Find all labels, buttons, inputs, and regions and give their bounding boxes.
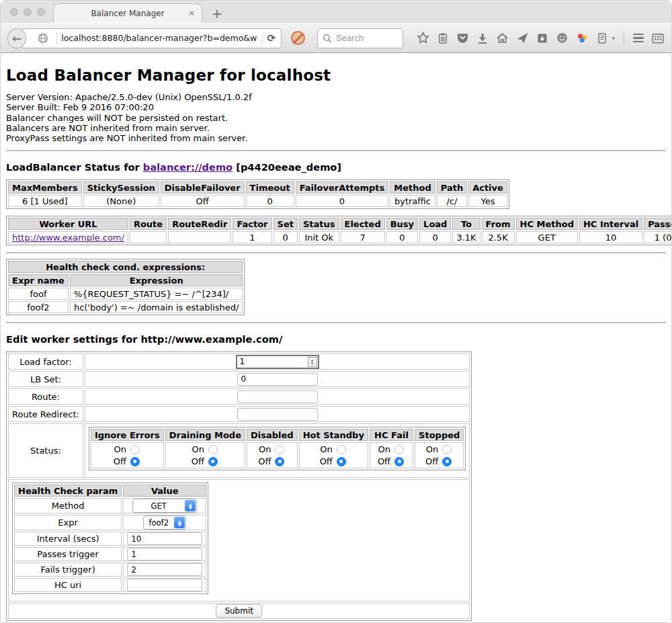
- passes-input[interactable]: [127, 548, 202, 560]
- cell-passes: 1 (0): [644, 231, 672, 243]
- disabled-off-radio[interactable]: [275, 457, 284, 466]
- server-version-line: Server Version: Apache/2.5.0-dev (Unix) …: [6, 92, 666, 102]
- notes-icon[interactable]: [596, 32, 608, 44]
- close-window-button[interactable]: [10, 8, 18, 16]
- extension-box-icon[interactable]: [536, 32, 548, 44]
- fails-input[interactable]: [127, 563, 202, 576]
- col-hc-method: HC Method: [516, 218, 578, 230]
- pocket-icon[interactable]: [456, 32, 469, 44]
- col-expr-name: Expr name: [8, 274, 69, 286]
- reading-list-icon[interactable]: [437, 32, 449, 44]
- smiley-icon[interactable]: [556, 32, 569, 44]
- method-label: Method: [14, 498, 122, 513]
- worker-url-link[interactable]: http://www.example.com/: [12, 233, 124, 243]
- load-factor-label: Load factor:: [8, 354, 83, 370]
- cell-expression: hc('body') =~ /domain is established/: [70, 301, 243, 313]
- lb-set-input[interactable]: [237, 373, 318, 386]
- ignore-errors-on-radio[interactable]: [130, 445, 140, 454]
- expr-row: foof %{REQUEST_STATUS} =~ /^[234]/: [8, 288, 243, 300]
- window-controls[interactable]: [10, 8, 45, 16]
- col-disablefailover: DisableFailover: [161, 181, 245, 194]
- cell-hc-interval: 10: [579, 231, 642, 243]
- hc-row-fails: Fails trigger): [14, 563, 206, 577]
- col-stopped: Stopped: [415, 429, 464, 441]
- new-tab-button[interactable]: +: [212, 6, 222, 21]
- bookmark-star-icon[interactable]: [417, 32, 429, 44]
- table-row: 6 [1 Used] (None) Off 0 0 bytraffic /c/ …: [8, 195, 507, 207]
- browser-window: Balancer Manager ✕ + ← localhost:8880/ba…: [0, 0, 672, 623]
- tab-close-icon[interactable]: ✕: [188, 9, 195, 18]
- toolbar-icons: ▾: [417, 32, 665, 45]
- stopped-off-radio[interactable]: [442, 457, 452, 466]
- disabled-radio-group: OnOff: [251, 443, 294, 468]
- status-options-table: Ignore Errors Draining Mode Disabled Hot…: [89, 427, 466, 470]
- cell-path: /c/: [437, 195, 467, 207]
- draining-mode-on-radio[interactable]: [208, 445, 218, 454]
- ignore-errors-radio-group: OnOff: [95, 443, 160, 468]
- search-input[interactable]: [336, 33, 396, 43]
- method-select[interactable]: GET▲▼: [132, 499, 197, 513]
- stopped-on-radio[interactable]: [442, 445, 452, 454]
- menu-hamburger-icon[interactable]: [633, 34, 644, 42]
- downloads-icon[interactable]: [476, 32, 489, 44]
- load-factor-field[interactable]: [237, 356, 307, 368]
- hot-standby-off-radio[interactable]: [337, 457, 346, 466]
- reload-icon[interactable]: ⟳: [267, 32, 276, 44]
- col-hc-interval: HC Interval: [579, 218, 642, 230]
- cell-routeredir: [168, 231, 231, 243]
- submit-button[interactable]: Submit: [216, 604, 262, 618]
- cell-expr-name: foof2: [8, 301, 69, 313]
- server-built-line: Server Built: Feb 9 2016 07:00:20: [6, 102, 666, 112]
- health-check-expressions-table: Health check cond. expressions: Expr nam…: [6, 259, 245, 315]
- worker-settings-form: Load factor: ▴▾ LB Set: Route: Route Red…: [6, 351, 472, 621]
- urlbar-divider: [262, 32, 263, 44]
- route-label: Route:: [8, 388, 83, 405]
- divider: [6, 322, 666, 323]
- route-input[interactable]: [237, 390, 318, 403]
- load-factor-input[interactable]: ▴▾: [236, 355, 319, 369]
- table-header-row: MaxMembers StickySession DisableFailover…: [8, 181, 507, 194]
- tab-bar: Balancer Manager ✕ +: [1, 1, 671, 23]
- col-ignore-errors: Ignore Errors: [91, 429, 164, 441]
- send-tab-icon[interactable]: [516, 32, 529, 44]
- balancer-demo-link[interactable]: balancer://demo: [143, 161, 233, 173]
- select-stepper-icon: ▲▼: [174, 517, 185, 528]
- home-icon[interactable]: [496, 32, 509, 44]
- hc-fail-off-radio[interactable]: [394, 457, 404, 466]
- route-redirect-label: Route Redirect:: [8, 406, 83, 422]
- hc-fail-on-radio[interactable]: [394, 445, 404, 454]
- route-redirect-input[interactable]: [237, 408, 318, 421]
- cell-active: Yes: [468, 195, 507, 207]
- url-text[interactable]: localhost:8880/balancer-manager?b=demo&w…: [61, 33, 258, 43]
- col-failoverattempts: FailoverAttempts: [296, 181, 389, 194]
- col-timeout: Timeout: [246, 181, 294, 194]
- cell-expression: %{REQUEST_STATUS} =~ /^[234]/: [70, 288, 243, 300]
- tab-balancer-manager[interactable]: Balancer Manager ✕: [53, 3, 202, 23]
- url-bar[interactable]: localhost:8880/balancer-manager?b=demo&w…: [21, 28, 282, 48]
- fails-label: Fails trigger): [14, 563, 122, 577]
- search-bar[interactable]: [317, 28, 404, 48]
- form-row-lb-set: LB Set:: [8, 371, 470, 387]
- zoom-window-button[interactable]: [37, 8, 45, 16]
- minimize-window-button[interactable]: [24, 8, 32, 16]
- keyboard-grid-icon[interactable]: [651, 32, 665, 45]
- disabled-on-radio[interactable]: [275, 445, 284, 454]
- hot-standby-on-radio[interactable]: [337, 445, 346, 454]
- expr-select[interactable]: foof2▲▼: [143, 515, 186, 530]
- cell-failoverattempts: 0: [296, 195, 389, 207]
- col-busy: Busy: [386, 218, 418, 230]
- ignore-errors-off-radio[interactable]: [130, 457, 140, 466]
- back-button[interactable]: ←: [7, 28, 26, 48]
- number-spinner-icon[interactable]: ▴▾: [308, 357, 317, 367]
- draining-mode-off-radio[interactable]: [208, 457, 218, 466]
- table-header-row: Worker URL Route RouteRedir Factor Set S…: [8, 218, 672, 230]
- cell-load: 0: [419, 231, 451, 243]
- hcuri-input[interactable]: [127, 579, 202, 591]
- form-row-route-redirect: Route Redirect:: [8, 406, 470, 422]
- cell-from: 2.5K: [482, 231, 515, 243]
- col-status: Status: [299, 218, 339, 230]
- interval-input[interactable]: [127, 532, 202, 545]
- adblock-icon[interactable]: [291, 31, 305, 45]
- dropdown-caret-icon[interactable]: ▾: [612, 35, 615, 42]
- colored-dots-icon[interactable]: [576, 32, 589, 44]
